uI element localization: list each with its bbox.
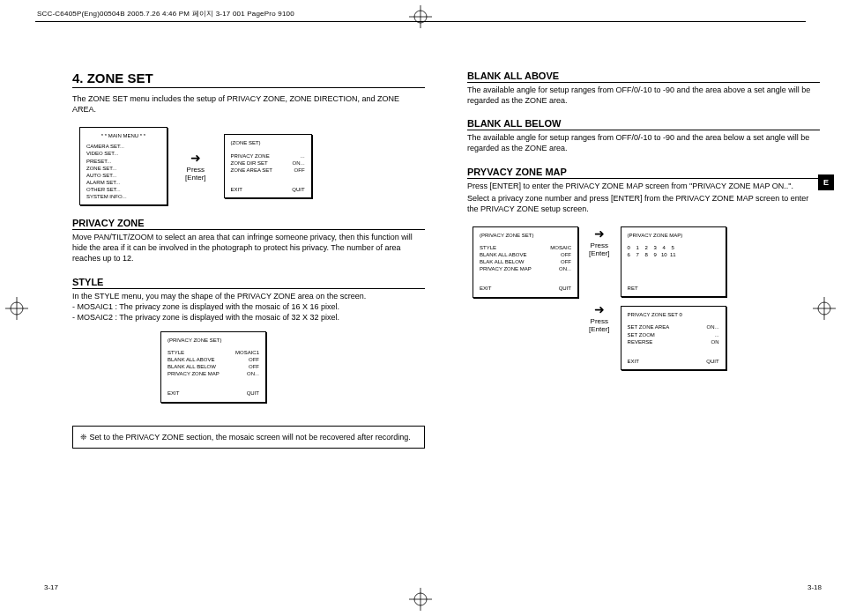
regmark-top	[409, 5, 432, 28]
privacy-zone-set-0-box: PRIVACY ZONE SET 0 SET ZONE AREAON... SE…	[621, 306, 726, 369]
box-row: BLANK ALL ABOVEOFF	[167, 356, 259, 363]
box-title: (PRIVACY ZONE SET)	[167, 337, 259, 344]
menu-diagram: * * MAIN MENU * * CAMERA SET... VIDEO SE…	[79, 127, 425, 205]
box-row: SET ZOOM...	[628, 331, 719, 338]
box-footer: EXITQUIT	[628, 358, 719, 365]
box-title: PRIVACY ZONE SET 0	[628, 311, 719, 318]
menu-item: SYSTEM INFO...	[86, 193, 160, 200]
privacy-zone-set-box-r: (PRIVACY ZONE SET) STYLEMOSAIC BLANK ALL…	[473, 226, 578, 298]
arrow-label: Press	[589, 241, 610, 250]
arrow-label: [Enter]	[589, 325, 610, 334]
blank-all-below-heading: BLANK ALL BELOW	[467, 118, 820, 130]
blank-all-above-text: The available angle for setup ranges fro…	[467, 85, 820, 106]
box-row: BLANK ALL BELOWOFF	[167, 363, 259, 370]
box-title: (PRIVACY ZONE MAP)	[628, 232, 719, 239]
page-number-left: 3-17	[44, 583, 58, 591]
map-row: 0 1 2 3 4 5	[628, 244, 719, 251]
box-row: STYLEMOSAIC	[480, 244, 571, 251]
box-row: PRIVACY ZONE MAPON...	[480, 265, 571, 272]
box-title: (PRIVACY ZONE SET)	[480, 232, 571, 239]
menu-item: VIDEO SET...	[86, 150, 160, 157]
box-row: BLANK ALL ABOVEOFF	[480, 251, 571, 258]
blank-all-below-text: The available angle for setup ranges fro…	[467, 132, 820, 153]
privacy-zone-map-heading: PRYVACY ZONE MAP	[467, 167, 820, 179]
menu-item: CAMERA SET...	[86, 143, 160, 150]
arrow-label: Press	[185, 166, 206, 174]
main-menu-box: * * MAIN MENU * * CAMERA SET... VIDEO SE…	[79, 127, 167, 205]
print-header: SCC-C6405P(Eng)00504B 2005.7.26 4:46 PM …	[37, 9, 294, 19]
page-right: BLANK ALL ABOVE The available angle for …	[467, 71, 820, 582]
page-number-right: 3-18	[808, 583, 822, 591]
page-title: 4. ZONE SET	[72, 71, 425, 88]
privacy-zone-text: Move PAN/TILT/ZOOM to select an area tha…	[72, 232, 425, 263]
box-row: SET ZONE AREAON...	[628, 323, 719, 330]
menu-item: AUTO SET...	[86, 172, 160, 179]
box-row: BLAK ALL BELOWOFF	[480, 258, 571, 265]
box-title: (ZONE SET)	[231, 139, 305, 146]
box-row: REVERSEON	[628, 338, 719, 345]
side-tab-e: E	[818, 174, 834, 190]
arrow-press-enter: ➜ Press [Enter]	[589, 302, 610, 334]
box-footer: EXITQUIT	[480, 285, 571, 292]
style-text-m2: - MOSAIC2 : The privacy zone is displaye…	[72, 312, 425, 323]
regmark-left	[5, 297, 28, 320]
menu-item: OTHER SET...	[86, 186, 160, 193]
menu-item: PRESET...	[86, 158, 160, 165]
box-row: PRIVACY ZONE MAPON...	[167, 370, 259, 377]
arrow-press-enter: ➜ Press [Enter]	[185, 151, 206, 182]
box-row: ZONE AREA SETOFF	[231, 167, 305, 174]
pzm-text-1: Press [ENTER] to enter the PRIVACY ZONE …	[467, 181, 820, 191]
style-heading: STYLE	[72, 277, 425, 289]
arrow-label: [Enter]	[589, 249, 610, 258]
note-box: ❈ Set to the PRIVACY ZONE section, the m…	[72, 426, 425, 449]
zone-set-box: (ZONE SET) PRIVACY ZONE... ZONE DIR SETO…	[224, 134, 312, 197]
privacy-zone-map-box: (PRIVACY ZONE MAP) 0 1 2 3 4 5 6 7 8 9 1…	[621, 226, 726, 297]
main-menu-title: * * MAIN MENU * *	[86, 132, 160, 139]
arrow-label: Press	[589, 317, 610, 326]
box-row: ZONE DIR SETON...	[231, 160, 305, 167]
box-footer: EXITQUIT	[167, 390, 259, 397]
blank-all-above-heading: BLANK ALL ABOVE	[467, 71, 820, 83]
regmark-bottom	[409, 588, 432, 611]
box-row: PRIVACY ZONE...	[231, 152, 305, 160]
page-left: 4. ZONE SET The ZONE SET menu includes t…	[72, 71, 425, 582]
arrow-label: [Enter]	[185, 174, 206, 182]
arrow-icon: ➜	[589, 302, 610, 317]
privacy-zone-heading: PRIVACY ZONE	[72, 218, 425, 230]
menu-item: ZONE SET...	[86, 165, 160, 172]
menu-item: ALARM SET...	[86, 179, 160, 186]
pzm-text-2: Select a privacy zone number and press […	[467, 193, 820, 214]
arrow-press-enter: ➜ Press [Enter]	[589, 226, 610, 258]
style-text: In the STYLE menu, you may the shape of …	[72, 291, 425, 301]
arrow-icon: ➜	[589, 226, 610, 241]
box-footer: EXITQUIT	[231, 186, 305, 193]
arrow-icon: ➜	[185, 151, 206, 166]
box-footer: RET	[628, 285, 719, 292]
box-row: STYLEMOSAIC1	[167, 349, 259, 356]
intro-text: The ZONE SET menu includes the setup of …	[72, 93, 425, 115]
privacy-zone-set-box: (PRIVACY ZONE SET) STYLEMOSAIC1 BLANK AL…	[160, 331, 266, 403]
map-row: 6 7 8 9 10 11	[628, 251, 719, 258]
right-diagram-row1: (PRIVACY ZONE SET) STYLEMOSAIC BLANK ALL…	[473, 226, 820, 370]
style-text-m1: - MOSAIC1 : The privacy zone is displaye…	[72, 301, 425, 312]
